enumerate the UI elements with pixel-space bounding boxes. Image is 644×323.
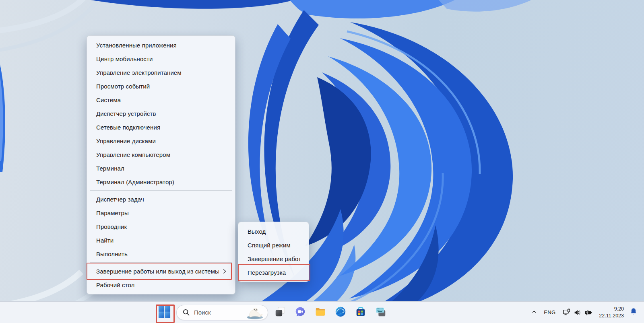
task-view-icon bbox=[274, 306, 286, 319]
chevron-up-icon bbox=[530, 308, 538, 317]
desktop: Установленные приложенияЦентр мобильност… bbox=[0, 0, 644, 323]
winx-menu: Установленные приложенияЦентр мобильност… bbox=[87, 35, 235, 294]
taskbar-file-explorer-button[interactable] bbox=[312, 304, 328, 321]
tray-chevron-up-button[interactable] bbox=[528, 305, 540, 320]
clock-date: 22.11.2023 bbox=[599, 313, 624, 319]
windows-logo-icon bbox=[158, 305, 171, 320]
language-indicator[interactable]: ENG bbox=[540, 305, 559, 320]
menu-item-label: Терминал bbox=[96, 165, 227, 172]
taskbar-center-cluster: Поиск bbox=[156, 302, 389, 323]
menu-item[interactable]: Управление дисками bbox=[89, 134, 233, 148]
taskbar-task-view-button[interactable] bbox=[272, 304, 288, 321]
menu-separator bbox=[90, 190, 232, 191]
menu-item-label: Управление дисками bbox=[96, 138, 227, 144]
menu-item-label: Сетевые подключения bbox=[96, 124, 227, 131]
menu-item[interactable]: Сетевые подключения bbox=[89, 120, 233, 134]
menu-item[interactable]: Центр мобильности bbox=[89, 52, 233, 66]
menu-item-label: Установленные приложения bbox=[96, 42, 227, 49]
menu-item-label: Диспетчер устройств bbox=[96, 110, 227, 117]
submenu-item-label: Выход bbox=[248, 228, 301, 235]
taskbar-store-button[interactable] bbox=[353, 304, 369, 321]
menu-item-label: Система bbox=[96, 97, 227, 103]
menu-item-label: Завершение работы или выход из системы bbox=[96, 268, 219, 275]
file-explorer-icon bbox=[314, 306, 326, 319]
menu-item[interactable]: Управление электропитанием bbox=[89, 66, 233, 79]
submenu-item-label: Спящий режим bbox=[248, 242, 301, 249]
menu-item[interactable]: Диспетчер устройств bbox=[89, 107, 233, 120]
battery-charging-icon bbox=[584, 308, 593, 317]
search-icon bbox=[182, 309, 190, 316]
notifications-button[interactable] bbox=[627, 305, 640, 320]
power-submenu-list: ВыходСпящий режимЗавершение работыПереза… bbox=[240, 224, 307, 279]
store-icon bbox=[355, 306, 367, 319]
menu-item-label: Рабочий стол bbox=[96, 282, 227, 288]
chat-icon bbox=[294, 306, 306, 319]
power-submenu: ВыходСпящий режимЗавершение работыПереза… bbox=[238, 222, 309, 282]
menu-item-label: Проводник bbox=[96, 223, 227, 230]
menu-item-label: Терминал (Администратор) bbox=[96, 179, 227, 185]
taskbar: Поиск ENG 9:20 22.11.2023 bbox=[0, 301, 644, 323]
menu-item[interactable]: Терминал (Администратор) bbox=[89, 175, 233, 189]
menu-item-label: Управление электропитанием bbox=[96, 69, 227, 76]
menu-item-label: Центр мобильности bbox=[96, 56, 227, 62]
taskbar-app-icons bbox=[272, 304, 389, 321]
chevron-right-icon bbox=[222, 268, 227, 274]
submenu-item[interactable]: Завершение работы bbox=[240, 252, 307, 265]
menu-item-label: Найти bbox=[96, 237, 227, 244]
menu-item[interactable]: Терминал bbox=[89, 161, 233, 175]
menu-item-label: Просмотр событий bbox=[96, 83, 227, 90]
submenu-item-label: Завершение работы bbox=[248, 255, 301, 262]
clock-time: 9:20 bbox=[614, 306, 624, 312]
taskbar-edge-button[interactable] bbox=[332, 304, 349, 321]
menu-item[interactable]: Просмотр событий bbox=[89, 79, 233, 93]
system-tray: ENG 9:20 22.11.2023 bbox=[528, 302, 640, 323]
menu-item[interactable]: Найти bbox=[89, 233, 233, 247]
taskbar-chat-button[interactable] bbox=[292, 304, 308, 321]
menu-item-label: Параметры bbox=[96, 210, 227, 216]
seal-illustration-icon bbox=[244, 305, 265, 320]
menu-item[interactable]: Рабочий стол bbox=[89, 278, 233, 292]
submenu-item[interactable]: Спящий режим bbox=[240, 238, 307, 252]
menu-item-shutdown-or-signout[interactable]: Завершение работы или выход из системы bbox=[89, 264, 233, 278]
menu-item[interactable]: Установленные приложения bbox=[89, 38, 233, 52]
notification-bell-icon bbox=[629, 307, 638, 317]
start-button[interactable] bbox=[156, 304, 172, 321]
network-icon bbox=[562, 308, 571, 317]
keyboard-icon bbox=[375, 306, 387, 319]
menu-item-label: Выполнить bbox=[96, 251, 227, 257]
menu-separator bbox=[90, 262, 232, 263]
clock[interactable]: 9:20 22.11.2023 bbox=[596, 305, 627, 320]
volume-icon bbox=[573, 308, 582, 317]
menu-item-label: Диспетчер задач bbox=[96, 196, 227, 203]
search-placeholder: Поиск bbox=[194, 309, 240, 316]
edge-icon bbox=[334, 306, 347, 319]
winx-menu-list: Установленные приложенияЦентр мобильност… bbox=[89, 38, 233, 292]
submenu-item-label: Перезагрузка bbox=[248, 269, 301, 276]
menu-item[interactable]: Управление компьютером bbox=[89, 148, 233, 161]
search-box[interactable]: Поиск bbox=[176, 305, 268, 320]
menu-item[interactable]: Диспетчер задач bbox=[89, 192, 233, 206]
taskbar-keyboard-button[interactable] bbox=[373, 304, 389, 321]
menu-item[interactable]: Система bbox=[89, 93, 233, 107]
submenu-item[interactable]: Выход bbox=[240, 224, 307, 238]
submenu-item-restart[interactable]: Перезагрузка bbox=[240, 265, 307, 279]
menu-item[interactable]: Параметры bbox=[89, 206, 233, 220]
tray-status-icons[interactable] bbox=[559, 305, 596, 320]
menu-item[interactable]: Проводник bbox=[89, 220, 233, 233]
menu-item[interactable]: Выполнить bbox=[89, 247, 233, 261]
menu-item-label: Управление компьютером bbox=[96, 151, 227, 158]
